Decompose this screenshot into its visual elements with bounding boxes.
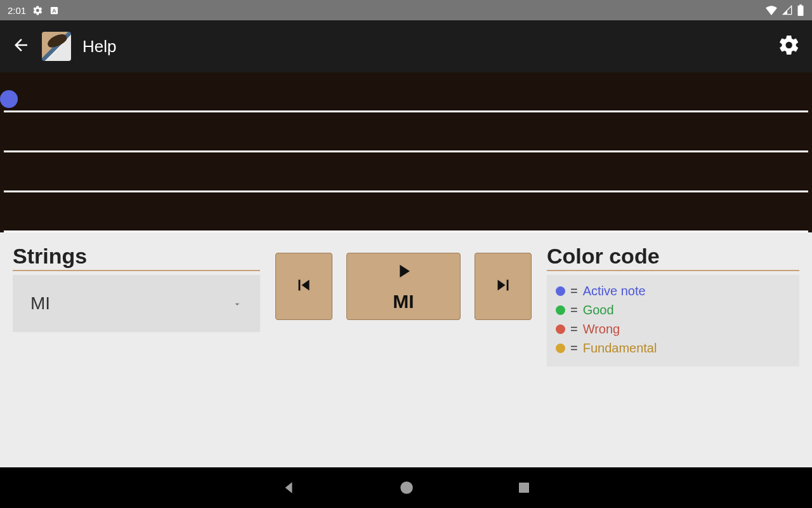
strings-heading: Strings — [13, 244, 260, 269]
svg-point-4 — [400, 481, 413, 494]
wifi-icon — [765, 5, 778, 15]
skip-next-icon — [492, 274, 514, 298]
string-select-value: MI — [30, 293, 50, 314]
legend-label: Good — [583, 300, 614, 319]
string-row — [4, 152, 808, 192]
skip-previous-icon — [293, 274, 315, 298]
string-row — [4, 72, 808, 112]
android-status-bar: 2:01 A — [0, 0, 812, 20]
string-select[interactable]: MI — [13, 275, 260, 332]
cell-signal-icon — [782, 5, 793, 15]
play-button[interactable]: MI — [346, 253, 461, 320]
play-note-label: MI — [393, 291, 414, 312]
string-row — [4, 192, 808, 232]
previous-button[interactable] — [275, 253, 332, 320]
divider — [13, 270, 260, 271]
settings-button[interactable] — [778, 34, 801, 59]
legend-item: = Fundamental — [556, 338, 790, 358]
legend-dot-wrong — [556, 324, 565, 334]
next-button[interactable] — [475, 253, 532, 320]
status-time: 2:01 — [8, 5, 26, 16]
legend-label: Fundamental — [583, 338, 657, 358]
content-area: Strings MI MI Color code — [0, 232, 812, 467]
keyboard-status-icon: A — [49, 6, 59, 15]
legend-item: = Wrong — [556, 319, 790, 338]
back-button[interactable] — [11, 36, 30, 57]
legend-dot-fundamental — [556, 344, 565, 353]
legend-item: = Active note — [556, 281, 790, 300]
svg-rect-5 — [519, 483, 529, 493]
active-note-marker[interactable] — [0, 90, 18, 108]
color-code-heading: Color code — [547, 244, 799, 269]
page-title: Help — [82, 37, 116, 57]
gear-status-icon — [32, 5, 43, 16]
app-bar: Help — [0, 20, 812, 72]
string-row — [4, 112, 808, 152]
legend-label: Wrong — [583, 319, 620, 338]
color-legend: = Active note = Good = Wrong = Fundament… — [547, 275, 799, 366]
fretboard[interactable] — [0, 72, 812, 232]
legend-label: Active note — [583, 281, 646, 300]
play-icon — [393, 260, 414, 284]
svg-rect-2 — [798, 6, 804, 16]
divider — [547, 270, 799, 271]
legend-item: = Good — [556, 300, 790, 319]
svg-rect-3 — [799, 4, 802, 6]
battery-icon — [797, 4, 804, 16]
legend-dot-active — [556, 286, 565, 296]
nav-recent-button[interactable] — [516, 480, 532, 495]
legend-dot-good — [556, 305, 565, 315]
nav-back-button[interactable] — [280, 479, 297, 496]
nav-home-button[interactable] — [398, 479, 415, 496]
chevron-down-icon — [232, 293, 242, 314]
app-logo-icon — [42, 32, 71, 61]
android-nav-bar — [0, 467, 812, 508]
svg-text:A: A — [53, 7, 57, 13]
